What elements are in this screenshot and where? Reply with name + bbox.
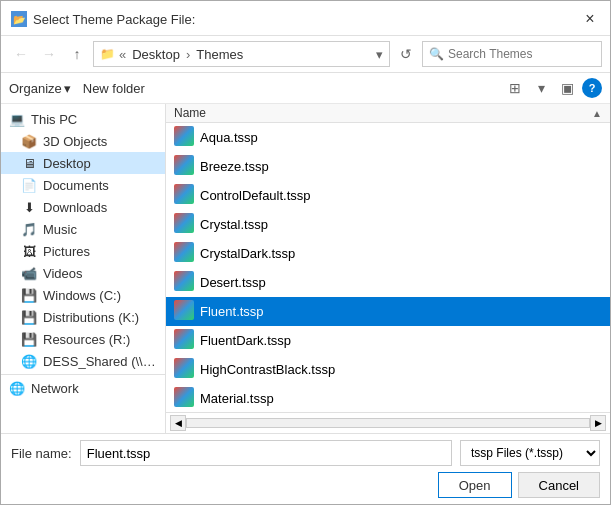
sidebar-item-dess-shared[interactable]: 🌐 DESS_Shared (\\DY (1, 350, 165, 372)
scroll-left-button[interactable]: ◀ (170, 415, 186, 431)
tssp-file-icon (174, 358, 194, 381)
file-name: Fluent.tssp (200, 304, 264, 319)
file-item[interactable]: Material.tssp (166, 384, 610, 412)
file-name: Breeze.tssp (200, 159, 269, 174)
file-list-container: Name ▲ Aqua.tsspBreeze.tsspControlDefaul… (166, 104, 610, 433)
file-item[interactable]: ControlDefault.tssp (166, 181, 610, 210)
sidebar: 💻 This PC 📦 3D Objects 🖥 Desktop 📄 Docum… (1, 104, 166, 433)
up-button[interactable]: ↑ (65, 42, 89, 66)
sidebar-item-distributions-k[interactable]: 💾 Distributions (K:) (1, 306, 165, 328)
file-item[interactable]: Breeze.tssp (166, 152, 610, 181)
title-bar-left: 📂 Select Theme Package File: (11, 11, 195, 27)
toolbar: ← → ↑ 📁 « Desktop › Themes ▾ ↺ 🔍 (1, 36, 610, 73)
pane-button[interactable]: ▣ (556, 77, 578, 99)
view-dropdown-button[interactable]: ▾ (530, 77, 552, 99)
tssp-file-icon (174, 271, 194, 294)
documents-icon: 📄 (21, 177, 37, 193)
file-item[interactable]: HighContrastBlack.tssp (166, 355, 610, 384)
address-desktop: Desktop (128, 45, 184, 64)
forward-button[interactable]: → (37, 42, 61, 66)
back-button[interactable]: ← (9, 42, 33, 66)
action-bar: Organize ▾ New folder ⊞ ▾ ▣ ? (1, 73, 610, 104)
address-dropdown-arrow[interactable]: ▾ (376, 47, 383, 62)
filetype-dropdown[interactable]: tssp Files (*.tssp) (460, 440, 600, 466)
file-name: Desert.tssp (200, 275, 266, 290)
sidebar-item-downloads[interactable]: ⬇ Downloads (1, 196, 165, 218)
dialog-title: Select Theme Package File: (33, 12, 195, 27)
help-button[interactable]: ? (582, 78, 602, 98)
address-folder-icon: 📁 (100, 47, 115, 61)
search-input[interactable] (448, 47, 598, 61)
file-name: ControlDefault.tssp (200, 188, 311, 203)
file-name: CrystalDark.tssp (200, 246, 295, 261)
open-button[interactable]: Open (438, 472, 512, 498)
file-item[interactable]: Crystal.tssp (166, 210, 610, 239)
bottom-bar: File name: tssp Files (*.tssp) Open Canc… (1, 433, 610, 504)
new-folder-button[interactable]: New folder (83, 81, 145, 96)
tssp-file-icon (174, 126, 194, 149)
file-item[interactable]: Desert.tssp (166, 268, 610, 297)
file-name: HighContrastBlack.tssp (200, 362, 335, 377)
tssp-file-icon (174, 387, 194, 410)
sidebar-item-this-pc[interactable]: 💻 This PC (1, 108, 165, 130)
name-column-header: Name (174, 106, 206, 120)
close-button[interactable]: × (580, 9, 600, 29)
sidebar-item-network[interactable]: 🌐 Network (1, 377, 165, 399)
pictures-icon: 🖼 (21, 243, 37, 259)
refresh-button[interactable]: ↺ (394, 42, 418, 66)
3d-icon: 📦 (21, 133, 37, 149)
scroll-right-button[interactable]: ▶ (590, 415, 606, 431)
tssp-file-icon (174, 155, 194, 178)
file-item[interactable]: FluentDark.tssp (166, 326, 610, 355)
bottom-row-top: File name: tssp Files (*.tssp) (11, 440, 600, 466)
file-list: Aqua.tsspBreeze.tsspControlDefault.tsspC… (166, 123, 610, 412)
bottom-buttons: Open Cancel (11, 472, 600, 498)
sidebar-item-videos[interactable]: 📹 Videos (1, 262, 165, 284)
sidebar-item-pictures[interactable]: 🖼 Pictures (1, 240, 165, 262)
tssp-file-icon (174, 329, 194, 352)
drive-k-icon: 💾 (21, 309, 37, 325)
sidebar-item-3d-objects[interactable]: 📦 3D Objects (1, 130, 165, 152)
tssp-file-icon (174, 300, 194, 323)
desktop-icon: 🖥 (21, 155, 37, 171)
sidebar-item-resources-r[interactable]: 💾 Resources (R:) (1, 328, 165, 350)
horizontal-scrollbar-area: ◀ ▶ (166, 412, 610, 433)
downloads-icon: ⬇ (21, 199, 37, 215)
shared-drive-icon: 🌐 (21, 353, 37, 369)
title-bar: 📂 Select Theme Package File: × (1, 1, 610, 36)
sidebar-item-music[interactable]: 🎵 Music (1, 218, 165, 240)
sidebar-item-documents[interactable]: 📄 Documents (1, 174, 165, 196)
search-bar[interactable]: 🔍 (422, 41, 602, 67)
file-item[interactable]: Aqua.tssp (166, 123, 610, 152)
music-icon: 🎵 (21, 221, 37, 237)
sidebar-item-desktop[interactable]: 🖥 Desktop (1, 152, 165, 174)
videos-icon: 📹 (21, 265, 37, 281)
file-item[interactable]: Fluent.tssp (166, 297, 610, 326)
filename-label: File name: (11, 446, 72, 461)
sidebar-item-windows-c[interactable]: 💾 Windows (C:) (1, 284, 165, 306)
address-bar[interactable]: 📁 « Desktop › Themes ▾ (93, 41, 390, 67)
tssp-file-icon (174, 242, 194, 265)
cancel-button[interactable]: Cancel (518, 472, 600, 498)
main-content: 💻 This PC 📦 3D Objects 🖥 Desktop 📄 Docum… (1, 104, 610, 433)
view-icon-button[interactable]: ⊞ (504, 77, 526, 99)
file-name: Crystal.tssp (200, 217, 268, 232)
pc-icon: 💻 (9, 111, 25, 127)
file-name: Material.tssp (200, 391, 274, 406)
dialog-icon: 📂 (11, 11, 27, 27)
network-icon: 🌐 (9, 380, 25, 396)
address-parts: « Desktop › Themes (119, 45, 247, 64)
file-name: Aqua.tssp (200, 130, 258, 145)
sidebar-divider (1, 374, 165, 375)
address-themes: Themes (192, 45, 247, 64)
horizontal-scrollbar[interactable] (186, 418, 590, 428)
file-list-header: Name ▲ (166, 104, 610, 123)
scroll-up-indicator: ▲ (592, 108, 602, 119)
drive-c-icon: 💾 (21, 287, 37, 303)
view-buttons: ⊞ ▾ ▣ ? (504, 77, 602, 99)
filename-input[interactable] (80, 440, 452, 466)
dialog: 📂 Select Theme Package File: × ← → ↑ 📁 «… (0, 0, 611, 505)
file-item[interactable]: CrystalDark.tssp (166, 239, 610, 268)
tssp-file-icon (174, 184, 194, 207)
organize-button[interactable]: Organize ▾ (9, 81, 71, 96)
